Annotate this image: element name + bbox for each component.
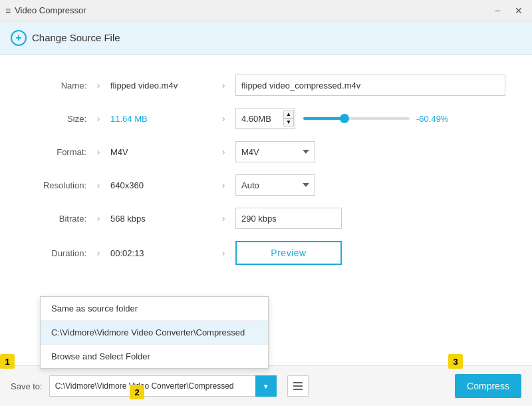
size-label: Size: [27, 114, 86, 124]
name-arrow2: › [211, 80, 235, 91]
bitrate-source-value: 568 kbps [110, 214, 203, 224]
compress-button[interactable]: Compress [455, 374, 521, 398]
size-slider-pct: -60.49% [416, 114, 453, 124]
size-slider-track[interactable] [303, 117, 410, 120]
badge-2: 2 [130, 385, 144, 399]
size-row: Size: › 11.64 MB › ▲ ▼ -60.49% [27, 108, 505, 129]
duration-arrow2: › [211, 248, 235, 258]
topbar: + Change Source File [0, 21, 532, 55]
minimize-button[interactable]: − [491, 5, 504, 17]
size-input-wrap: ▲ ▼ [235, 108, 295, 129]
format-source-value: M4V [110, 147, 203, 157]
duration-source-value: 00:02:13 [110, 248, 203, 258]
app-icon: ≡ [5, 5, 11, 16]
duration-label: Duration: [27, 248, 86, 258]
badge-3: 3 [448, 354, 463, 369]
titlebar: ≡ Video Compressor − ✕ [0, 0, 532, 21]
dropdown-item-vidmore[interactable]: C:\Vidmore\Vidmore Video Converter\Compr… [41, 321, 268, 344]
save-menu-icon-button[interactable] [287, 375, 309, 397]
format-select[interactable]: M4V MP4 MOV AVI MKV [235, 141, 315, 162]
name-label: Name: [27, 81, 86, 91]
size-up-button[interactable]: ▲ [283, 110, 294, 118]
change-source-button[interactable]: + Change Source File [11, 30, 120, 46]
badge-1: 1 [0, 354, 15, 369]
save-dropdown-menu: Same as source folder C:\Vidmore\Vidmore… [40, 296, 269, 369]
duration-arrow: › [86, 248, 110, 258]
size-slider-fill [303, 117, 344, 120]
bitrate-label: Bitrate: [27, 214, 86, 224]
bitrate-arrow: › [86, 213, 110, 224]
name-row: Name: › flipped video.m4v › [27, 75, 505, 96]
name-arrow: › [86, 80, 110, 91]
resolution-arrow2: › [211, 180, 235, 190]
format-arrow: › [86, 146, 110, 157]
save-path-wrap: ▼ [49, 375, 277, 397]
resolution-row: Resolution: › 640x360 › Auto 1920x1080 1… [27, 174, 505, 196]
hamburger-icon [292, 381, 304, 391]
bitrate-row: Bitrate: › 568 kbps › [27, 208, 505, 229]
resolution-label: Resolution: [27, 180, 86, 190]
close-button[interactable]: ✕ [511, 5, 527, 17]
name-source-value: flipped video.m4v [110, 81, 203, 91]
size-source-value: 11.64 MB [110, 114, 203, 124]
dropdown-item-same-source[interactable]: Same as source folder [41, 297, 268, 320]
size-arrow: › [86, 113, 110, 124]
save-path-input[interactable] [49, 375, 255, 397]
dropdown-item-browse[interactable]: Browse and Select Folder [41, 345, 268, 368]
preview-button[interactable]: Preview [235, 241, 342, 265]
plus-icon: + [11, 30, 27, 46]
resolution-select[interactable]: Auto 1920x1080 1280x720 640x360 480x270 [235, 174, 315, 196]
save-path-dropdown-button[interactable]: ▼ [255, 375, 277, 397]
size-slider-thumb[interactable] [340, 114, 349, 123]
size-spinner: ▲ ▼ [283, 110, 294, 126]
change-source-label: Change Source File [32, 32, 120, 43]
slider-wrap: -60.49% [303, 114, 505, 124]
bitrate-output-input[interactable] [235, 208, 342, 229]
bottom-bar: 1 Save to: ▼ 2 Compress 3 Same as source… [0, 365, 532, 406]
bitrate-arrow2: › [211, 213, 235, 224]
format-label: Format: [27, 147, 86, 157]
name-output-input[interactable] [235, 75, 505, 96]
size-down-button[interactable]: ▼ [283, 118, 294, 126]
format-row: Format: › M4V › M4V MP4 MOV AVI MKV [27, 141, 505, 162]
size-arrow2: › [211, 113, 235, 124]
window-controls: − ✕ [491, 5, 527, 17]
save-to-label: Save to: [11, 381, 43, 391]
duration-row: Duration: › 00:02:13 › Preview [27, 241, 505, 265]
app-title: Video Compressor [15, 5, 491, 15]
resolution-arrow: › [86, 180, 110, 190]
format-arrow2: › [211, 146, 235, 157]
resolution-source-value: 640x360 [110, 180, 203, 190]
size-right: ▲ ▼ -60.49% [235, 108, 505, 129]
